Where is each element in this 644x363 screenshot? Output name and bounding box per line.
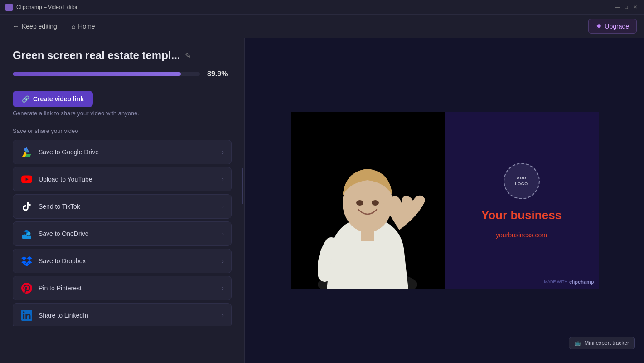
- home-button[interactable]: ⌂ Home: [66, 20, 101, 33]
- tracker-label: Mini export tracker: [584, 340, 629, 346]
- onedrive-label: Save to OneDrive: [39, 230, 89, 237]
- dropbox-icon: [20, 255, 33, 267]
- linkedin-label: Share to LinkedIn: [39, 312, 88, 319]
- create-video-link-button[interactable]: 🔗 Create video link: [13, 91, 93, 107]
- left-panel: Green screen real estate templ... ✎ 89.9…: [0, 38, 245, 363]
- business-url: yourbusiness.com: [496, 231, 547, 239]
- chevron-icon: ›: [222, 203, 224, 210]
- made-with-clipchamp: MADE WITH clipchamp: [544, 279, 594, 285]
- share-item-left: Upload to YouTube: [20, 173, 92, 186]
- share-item-left: Pin to Pinterest: [20, 282, 82, 294]
- chevron-icon: ›: [222, 148, 224, 156]
- video-left-panel: [291, 112, 445, 289]
- link-description: Generate a link to share your video with…: [13, 110, 232, 117]
- progress-text: 89.9%: [207, 70, 232, 78]
- google-drive-label: Save to Google Drive: [39, 148, 99, 156]
- pinterest-label: Pin to Pinterest: [39, 285, 82, 292]
- tiktok-label: Send to TikTok: [39, 203, 80, 210]
- scroll-thumb: [242, 168, 243, 204]
- share-item-left: Save to Dropbox: [20, 255, 86, 267]
- edit-title-icon[interactable]: ✎: [185, 51, 191, 60]
- upgrade-button[interactable]: ✹ Upgrade: [588, 19, 637, 34]
- progress-bar-container: [13, 72, 200, 76]
- svg-point-3: [356, 200, 363, 206]
- create-link-section: 🔗 Create video link Generate a link to s…: [13, 91, 232, 117]
- mini-export-tracker: 📺 Mini export tracker: [569, 337, 635, 349]
- onedrive-icon: [20, 227, 33, 240]
- minimize-button[interactable]: —: [614, 4, 620, 10]
- pinterest-icon: [20, 282, 33, 294]
- project-title: Green screen real estate templ...: [13, 49, 180, 62]
- share-item-left: Share to LinkedIn: [20, 309, 88, 322]
- project-title-row: Green screen real estate templ... ✎: [13, 49, 232, 62]
- right-panel: ADD LOGO Your business yourbusiness.com …: [245, 38, 644, 363]
- video-right-panel: ADD LOGO Your business yourbusiness.com …: [445, 112, 599, 289]
- chevron-icon: ›: [222, 230, 224, 237]
- share-item-onedrive[interactable]: Save to OneDrive ›: [13, 221, 232, 246]
- add-logo-placeholder: ADD LOGO: [504, 163, 540, 199]
- top-nav: ← Keep editing ⌂ Home ✹ Upgrade: [0, 15, 644, 38]
- share-item-linkedin[interactable]: Share to LinkedIn ›: [13, 303, 232, 326]
- keep-editing-button[interactable]: ← Keep editing: [7, 20, 63, 33]
- close-button[interactable]: ✕: [632, 4, 639, 10]
- keep-editing-label: Keep editing: [22, 23, 57, 30]
- clipchamp-logo: clipchamp: [569, 279, 594, 285]
- chevron-icon: ›: [222, 257, 224, 265]
- chevron-icon: ›: [222, 312, 224, 319]
- youtube-label: Upload to YouTube: [39, 176, 92, 183]
- svg-point-4: [372, 200, 379, 206]
- scrollable-area: 🔗 Create video link Generate a link to s…: [13, 91, 232, 326]
- window-title: Clipchamp – Video Editor: [16, 4, 610, 10]
- upgrade-label: Upgrade: [605, 23, 629, 30]
- share-item-left: Send to TikTok: [20, 200, 80, 213]
- main-content: Green screen real estate templ... ✎ 89.9…: [0, 38, 644, 363]
- share-item-left: Save to OneDrive: [20, 227, 89, 240]
- business-name: Your business: [481, 208, 562, 222]
- share-item-tiktok[interactable]: Send to TikTok ›: [13, 194, 232, 219]
- progress-section: 89.9%: [13, 70, 232, 78]
- gem-icon: ✹: [596, 22, 602, 30]
- link-icon: 🔗: [22, 95, 29, 103]
- section-title: Save or share your video: [13, 128, 232, 134]
- nav-left: ← Keep editing ⌂ Home: [7, 20, 101, 33]
- window-controls[interactable]: — □ ✕: [614, 4, 639, 10]
- share-item-youtube[interactable]: Upload to YouTube ›: [13, 167, 232, 191]
- back-icon: ←: [13, 23, 19, 30]
- youtube-icon: [20, 173, 33, 186]
- tracker-icon: 📺: [575, 340, 581, 346]
- share-item-pinterest[interactable]: Pin to Pinterest ›: [13, 276, 232, 300]
- dropbox-label: Save to Dropbox: [39, 257, 86, 265]
- app-icon: [5, 4, 13, 11]
- share-item-google-drive[interactable]: Save to Google Drive ›: [13, 140, 232, 164]
- create-link-label: Create video link: [33, 95, 84, 103]
- svg-rect-2: [361, 228, 374, 241]
- title-bar: Clipchamp – Video Editor — □ ✕: [0, 0, 644, 15]
- google-drive-icon: [20, 146, 33, 158]
- share-options-list: Save to Google Drive › Upload to YouTube: [13, 140, 232, 326]
- home-icon: ⌂: [72, 23, 75, 30]
- video-preview: ADD LOGO Your business yourbusiness.com …: [291, 112, 599, 289]
- linkedin-icon: [20, 309, 33, 322]
- share-item-dropbox[interactable]: Save to Dropbox ›: [13, 249, 232, 273]
- progress-bar-fill: [13, 72, 181, 76]
- tiktok-icon: [20, 200, 33, 213]
- chevron-icon: ›: [222, 176, 224, 183]
- share-item-left: Save to Google Drive: [20, 146, 99, 158]
- home-label: Home: [78, 23, 95, 30]
- chevron-icon: ›: [222, 285, 224, 292]
- made-with-text: MADE WITH: [544, 280, 568, 284]
- maximize-button[interactable]: □: [623, 4, 629, 10]
